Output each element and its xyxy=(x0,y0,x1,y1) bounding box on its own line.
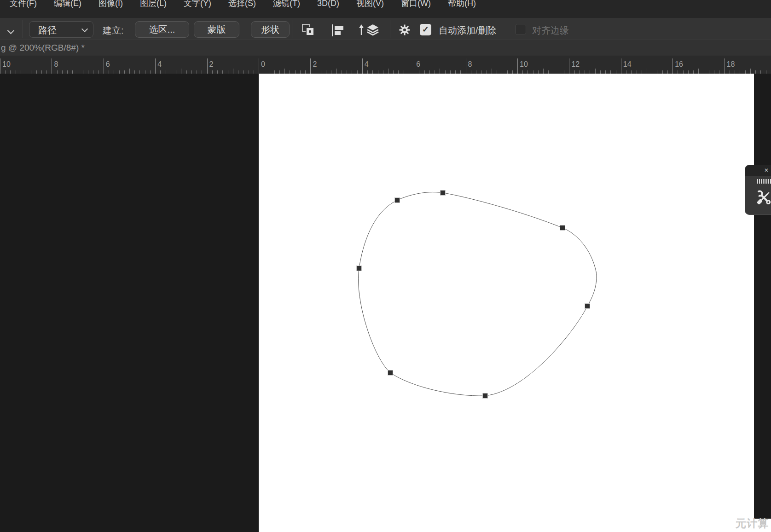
ruler-tick-major xyxy=(569,58,569,74)
ruler-tick-minor xyxy=(404,70,404,74)
path-anchor-point[interactable] xyxy=(441,191,446,196)
ruler-tick-minor xyxy=(212,70,213,74)
path-alignment-icon[interactable] xyxy=(331,24,344,38)
horizontal-ruler[interactable]: 108642024681012141618 xyxy=(0,56,771,74)
ruler-tick-label: 10 xyxy=(2,60,11,69)
floating-tools-panel[interactable]: ✕ xyxy=(745,165,771,215)
ruler-tick-label: 8 xyxy=(54,60,58,69)
ruler-tick-major xyxy=(621,58,621,74)
ruler-tick-label: 2 xyxy=(209,60,214,69)
make-mask-button[interactable]: 蒙版 xyxy=(194,21,239,38)
photoshop-window: 文件(F)编辑(E)图像(I)图层(L)文字(Y)选择(S)滤镜(T)3D(D)… xyxy=(0,0,771,532)
ruler-tick-major xyxy=(517,58,518,74)
ruler-tick-minor xyxy=(290,70,290,74)
path-anchor-point[interactable] xyxy=(395,198,400,203)
ruler-tick-label: 0 xyxy=(261,60,265,69)
ruler-tick-minor xyxy=(150,70,151,74)
path-operations-icon[interactable] xyxy=(302,24,315,37)
ruler-tick-label: 14 xyxy=(623,60,632,69)
path-arrange-icon[interactable] xyxy=(358,24,382,37)
ruler-tick-minor xyxy=(331,70,331,74)
document-tab-bar: g @ 200%(RGB/8#) * xyxy=(0,40,771,56)
menu-item[interactable]: 帮助(H) xyxy=(448,0,476,8)
menu-item[interactable]: 图像(I) xyxy=(99,0,123,8)
ruler-tick-minor xyxy=(202,70,202,74)
ruler-tick-label: 2 xyxy=(313,60,317,69)
ruler-tick-major xyxy=(672,58,673,74)
ruler-tick-minor xyxy=(595,69,596,74)
menu-item[interactable]: 视图(V) xyxy=(356,0,384,8)
ruler-tick-minor xyxy=(419,70,419,74)
align-edges-checkbox[interactable] xyxy=(515,24,526,35)
ruler-tick-minor xyxy=(740,70,740,74)
menu-item[interactable]: 编辑(E) xyxy=(54,0,81,8)
menu-item[interactable]: 窗口(W) xyxy=(401,0,431,8)
ruler-tick-minor xyxy=(166,70,166,74)
ruler-tick-minor xyxy=(471,70,471,74)
ruler-tick-minor xyxy=(574,70,575,74)
ruler-tick-minor xyxy=(197,70,197,74)
ruler-tick-major xyxy=(104,58,104,74)
ruler-tick-minor xyxy=(455,70,456,74)
menu-item[interactable]: 图层(L) xyxy=(140,0,167,8)
menu-item[interactable]: 滤镜(T) xyxy=(273,0,300,8)
ruler-tick-minor xyxy=(652,70,652,74)
ruler-tick-minor xyxy=(129,69,130,74)
ruler-tick-minor xyxy=(429,70,430,74)
close-icon[interactable]: ✕ xyxy=(764,167,769,173)
ruler-tick-minor xyxy=(67,70,68,74)
ruler-tick-major xyxy=(52,58,52,74)
path-anchor-point[interactable] xyxy=(585,304,590,309)
watermark-text: 元计算 xyxy=(736,516,769,531)
make-selection-button[interactable]: 选区... xyxy=(135,21,189,38)
floating-panel-header[interactable]: ✕ xyxy=(745,165,771,176)
document-tab-title[interactable]: g @ 200%(RGB/8#) * xyxy=(1,40,85,56)
ruler-tick-label: 8 xyxy=(468,60,472,69)
ruler-tick-label: 10 xyxy=(520,60,528,69)
menu-item[interactable]: 文件(F) xyxy=(10,0,37,8)
ruler-tick-minor xyxy=(693,70,694,74)
ruler-tick-minor xyxy=(647,69,647,74)
path-anchor-point[interactable] xyxy=(483,393,488,399)
canvas-area: ✕ 元计算 xyxy=(0,74,771,532)
separator xyxy=(390,20,390,38)
tool-preset-chevron-icon[interactable] xyxy=(7,27,15,35)
wrench-screwdriver-icon[interactable] xyxy=(756,190,771,207)
menu-item[interactable]: 选择(S) xyxy=(228,0,256,8)
ruler-tick-minor xyxy=(600,70,601,74)
ruler-tick-minor xyxy=(274,70,275,74)
ruler-tick-minor xyxy=(186,70,187,74)
ruler-tick-minor xyxy=(704,70,704,74)
ruler-tick-minor xyxy=(678,70,678,74)
ruler-tick-minor xyxy=(383,70,383,74)
ruler-tick-minor xyxy=(114,70,114,74)
ruler-tick-major xyxy=(725,58,725,74)
menu-item[interactable]: 3D(D) xyxy=(317,0,339,8)
ruler-tick-minor xyxy=(160,70,161,74)
gear-settings-icon[interactable] xyxy=(399,24,411,37)
path-anchor-point[interactable] xyxy=(388,370,393,376)
ruler-tick-major xyxy=(259,58,259,74)
menu-item[interactable]: 文字(Y) xyxy=(184,0,211,8)
ruler-tick-minor xyxy=(445,70,446,74)
ruler-tick-minor xyxy=(305,70,306,74)
ruler-tick-label: 4 xyxy=(365,60,369,69)
ruler-tick-minor xyxy=(134,70,135,74)
ruler-tick-minor xyxy=(254,70,254,74)
auto-add-delete-checkbox[interactable]: ✓ xyxy=(420,24,431,35)
ruler-tick-minor xyxy=(714,70,714,74)
ruler-tick-minor xyxy=(388,69,388,74)
ruler-tick-minor xyxy=(72,70,73,74)
ruler-tick-minor xyxy=(238,70,238,74)
path-anchor-point[interactable] xyxy=(560,226,565,231)
ruler-tick-minor xyxy=(450,70,451,74)
ruler-tick-minor xyxy=(590,70,590,74)
path-anchor-point[interactable] xyxy=(357,266,362,271)
ruler-tick-minor xyxy=(766,70,766,74)
tool-mode-select[interactable]: 路径 xyxy=(29,21,93,38)
ruler-tick-major xyxy=(207,58,208,74)
pen-path[interactable] xyxy=(359,192,597,396)
ruler-tick-minor xyxy=(217,70,218,74)
make-shape-button[interactable]: 形状 xyxy=(251,21,290,38)
ruler-tick-minor xyxy=(719,70,719,74)
